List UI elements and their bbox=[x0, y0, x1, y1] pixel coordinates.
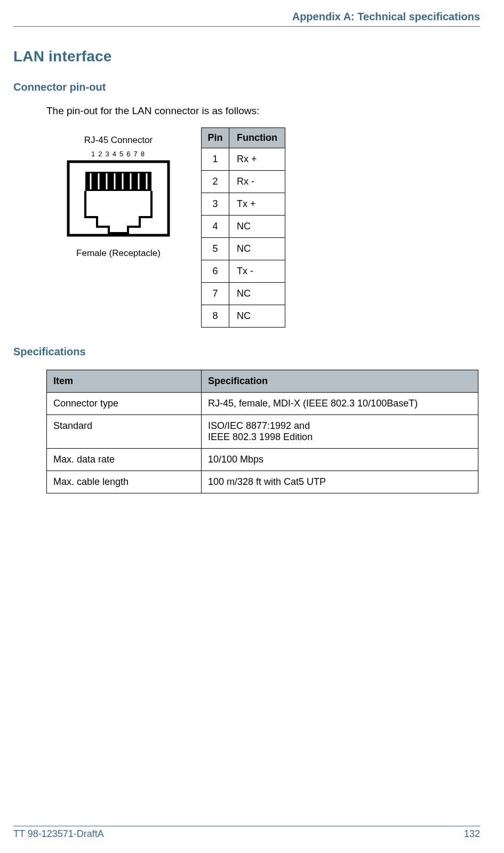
spec-item: Max. data rate bbox=[47, 449, 202, 471]
pin-cell: 7 bbox=[202, 283, 229, 305]
spec-value: ISO/IEC 8877:1992 and IEEE 802.3 1998 Ed… bbox=[202, 415, 478, 449]
spec-value: 10/100 Mbps bbox=[202, 449, 478, 471]
func-cell: NC bbox=[229, 305, 285, 328]
func-cell: Tx - bbox=[229, 260, 285, 283]
section-title: LAN interface bbox=[13, 48, 480, 65]
connector-label-bottom: Female (Receptacle) bbox=[46, 248, 190, 259]
specs-th-item: Item bbox=[47, 370, 202, 393]
footer-doc-id: TT 98-123571-DraftA bbox=[13, 828, 104, 840]
pin-cell: 2 bbox=[202, 171, 229, 193]
svg-rect-1 bbox=[85, 172, 151, 191]
table-row: 4NC bbox=[202, 216, 285, 238]
table-row: Max. data rate10/100 Mbps bbox=[47, 449, 478, 471]
rj45-connector-icon: 12345678 bbox=[46, 149, 190, 238]
table-row: 2Rx - bbox=[202, 171, 285, 193]
table-row: 5NC bbox=[202, 238, 285, 260]
func-cell: Rx + bbox=[229, 148, 285, 171]
pinout-th-function: Function bbox=[229, 128, 285, 148]
footer-rule bbox=[13, 826, 480, 826]
pinout-intro: The pin-out for the LAN connector is as … bbox=[46, 105, 480, 117]
specs-th-spec: Specification bbox=[202, 370, 478, 393]
table-row: 1Rx + bbox=[202, 148, 285, 171]
pinout-table: Pin Function 1Rx + 2Rx - 3Tx + 4NC 5NC 6… bbox=[201, 127, 285, 328]
pinout-content-row: RJ-45 Connector 12345678 bbox=[46, 127, 480, 328]
pin-cell: 5 bbox=[202, 238, 229, 260]
table-row: 7NC bbox=[202, 283, 285, 305]
page-footer: TT 98-123571-DraftA 132 bbox=[13, 826, 480, 840]
spec-item: Standard bbox=[47, 415, 202, 449]
func-cell: NC bbox=[229, 238, 285, 260]
page: Appendix A: Technical specifications LAN… bbox=[0, 0, 504, 853]
table-row: Connector typeRJ-45, female, MDI-X (IEEE… bbox=[47, 393, 478, 415]
spec-value: RJ-45, female, MDI-X (IEEE 802.3 10/100B… bbox=[202, 393, 478, 415]
footer-page-number: 132 bbox=[464, 828, 480, 840]
header-rule bbox=[13, 26, 480, 27]
header-chapter: Appendix A: Technical specifications bbox=[13, 11, 480, 26]
connector-diagram-block: RJ-45 Connector 12345678 bbox=[46, 127, 190, 259]
pinout-heading: Connector pin-out bbox=[13, 81, 480, 93]
func-cell: NC bbox=[229, 216, 285, 238]
func-cell: NC bbox=[229, 283, 285, 305]
pin-cell: 6 bbox=[202, 260, 229, 283]
table-row: StandardISO/IEC 8877:1992 and IEEE 802.3… bbox=[47, 415, 478, 449]
specs-heading: Specifications bbox=[13, 346, 480, 358]
pin-cell: 8 bbox=[202, 305, 229, 328]
table-row: 6Tx - bbox=[202, 260, 285, 283]
func-cell: Tx + bbox=[229, 193, 285, 216]
pin-cell: 4 bbox=[202, 216, 229, 238]
spec-item: Max. cable length bbox=[47, 471, 202, 493]
pinout-th-pin: Pin bbox=[202, 128, 229, 148]
pin-cell: 1 bbox=[202, 148, 229, 171]
specs-table: Item Specification Connector typeRJ-45, … bbox=[46, 370, 478, 493]
table-row: 8NC bbox=[202, 305, 285, 328]
spec-value: 100 m/328 ft with Cat5 UTP bbox=[202, 471, 478, 493]
table-row: 3Tx + bbox=[202, 193, 285, 216]
pin-cell: 3 bbox=[202, 193, 229, 216]
func-cell: Rx - bbox=[229, 171, 285, 193]
spec-item: Connector type bbox=[47, 393, 202, 415]
connector-label-top: RJ-45 Connector bbox=[46, 135, 190, 146]
pin-number-labels: 12345678 bbox=[89, 150, 148, 158]
table-row: Max. cable length100 m/328 ft with Cat5 … bbox=[47, 471, 478, 493]
